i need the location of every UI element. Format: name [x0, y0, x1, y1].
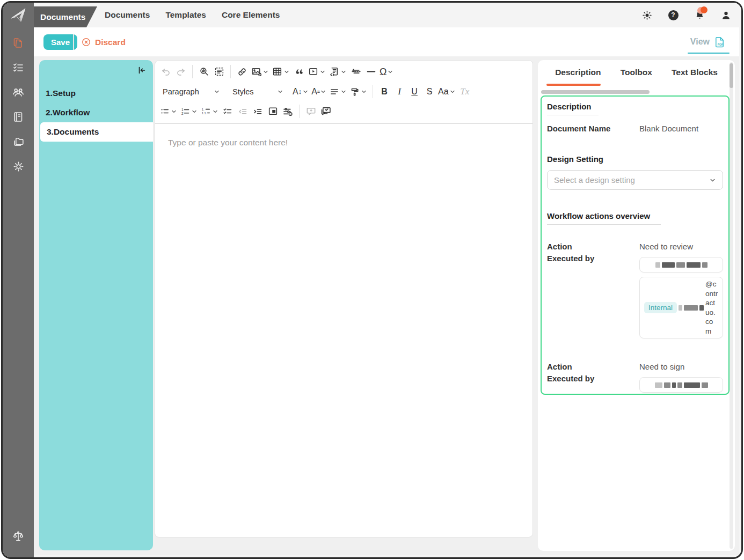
user-menu-button[interactable] [720, 9, 732, 21]
user-icon [720, 10, 732, 21]
styles-dropdown[interactable]: Styles [228, 84, 287, 100]
insert-link-button[interactable] [235, 64, 250, 80]
toolbar-divider [230, 65, 231, 78]
strikethrough-button[interactable]: S [422, 84, 437, 100]
document-action-bar: Save Discard View PDF [34, 27, 739, 56]
executed-by-label: Executed by [547, 373, 639, 385]
pdf-file-icon: PDF [714, 36, 725, 48]
bulleted-list-button[interactable] [158, 104, 179, 120]
toolbar-row-3: 12 1.1.1. [158, 101, 529, 121]
link-icon [237, 67, 247, 77]
view-label: View [690, 37, 710, 47]
active-app-tab[interactable]: Documents [34, 6, 97, 27]
discard-button[interactable]: Discard [81, 34, 126, 50]
step-item-documents-active[interactable]: 3.Documents [40, 122, 153, 142]
highlight-color-button[interactable] [348, 84, 369, 100]
insert-table-button[interactable] [271, 64, 291, 80]
horizontal-line-icon [366, 66, 377, 77]
comments-check-icon [320, 106, 332, 117]
placeholder-box-icon [267, 106, 279, 117]
todo-list-button[interactable] [220, 104, 235, 120]
notifications-button[interactable] [694, 9, 705, 21]
italic-button[interactable]: I [392, 84, 407, 100]
comments-archive-button[interactable] [318, 104, 333, 120]
paragraph-format-dropdown[interactable]: Paragraph [158, 84, 224, 100]
redo-button[interactable] [173, 64, 188, 80]
rail-bottom [11, 529, 25, 543]
sidebar-item-documents[interactable] [11, 36, 25, 50]
select-all-button[interactable] [211, 64, 227, 80]
italic-glyph: I [398, 87, 401, 96]
action-values: Need to review Internal @contractuo.com [639, 241, 723, 338]
add-comment-button[interactable] [303, 104, 318, 120]
sliders-remove-icon [282, 106, 294, 117]
select-all-icon [214, 66, 225, 77]
step-item-setup[interactable]: 1.Setup [39, 84, 153, 103]
action-bar-divider [73, 34, 74, 50]
outdent-button[interactable] [235, 104, 250, 120]
design-setting-select[interactable]: Select a design setting [547, 170, 723, 190]
sidebar-item-library[interactable] [11, 110, 25, 124]
step-item-workflow[interactable]: 2.Workflow [39, 103, 153, 122]
tab-text-blocks[interactable]: Text Blocks [670, 68, 719, 77]
text-alignment-button[interactable] [328, 84, 348, 100]
clear-format-glyph: Tx [460, 87, 469, 96]
insert-placeholder-button[interactable] [265, 104, 280, 120]
toolbar-row-1: Ω [158, 62, 529, 82]
bold-button[interactable]: B [377, 84, 392, 100]
page-break-button[interactable] [348, 64, 363, 80]
paragraph-format-value: Paragraph [163, 87, 199, 96]
vertical-scrollbar-thumb[interactable] [730, 63, 733, 88]
insert-media-button[interactable] [307, 64, 327, 80]
redacted-text [655, 262, 707, 268]
align-left-icon [329, 86, 340, 97]
workflow-action-2: Action Executed by Need to sign [547, 361, 723, 393]
undo-button[interactable] [158, 64, 173, 80]
nav-item-templates[interactable]: Templates [165, 10, 206, 20]
help-button[interactable]: ? [667, 9, 679, 21]
sidebar-item-folders[interactable] [11, 135, 25, 149]
text-case-button[interactable]: Aa [437, 84, 457, 100]
chevron-down-icon [262, 69, 269, 75]
document-name-row: Document Name Blank Document [547, 124, 723, 133]
sidebar-item-checklist[interactable] [11, 61, 25, 75]
horizontal-line-button[interactable] [363, 64, 378, 80]
app-logo[interactable] [3, 3, 34, 27]
chevron-down-icon [214, 89, 220, 95]
sidebar-item-settings[interactable] [11, 159, 25, 173]
tab-toolbox[interactable]: Toolbox [619, 68, 653, 77]
toolbar-row-2: Paragraph Styles A↕ A≡ [158, 82, 529, 101]
content-settings-button[interactable] [280, 104, 295, 120]
horizontal-scrollbar-thumb[interactable] [541, 90, 650, 94]
view-pdf-button[interactable]: View PDF [690, 34, 725, 50]
vertical-scrollbar-track[interactable] [730, 62, 733, 549]
block-quote-button[interactable] [291, 64, 307, 80]
collapse-panel-button[interactable] [136, 64, 148, 76]
find-replace-button[interactable] [196, 64, 211, 80]
editor-content-area[interactable]: Type or paste your content here! [155, 124, 533, 537]
tab-description[interactable]: Description [554, 68, 602, 77]
indent-button[interactable] [250, 104, 265, 120]
numbered-list-button[interactable]: 12 [179, 104, 199, 120]
multilevel-list-button[interactable]: 1.1.1. [199, 104, 220, 120]
nav-item-documents[interactable]: Documents [105, 10, 150, 20]
clear-formatting-button[interactable]: Tx [457, 84, 472, 100]
save-button[interactable]: Save [43, 34, 77, 50]
action-label: Action [547, 241, 639, 253]
font-size-button[interactable]: A↕ [291, 84, 310, 100]
right-panel-tabs: Description Toolbox Text Blocks [538, 60, 735, 85]
special-characters-button[interactable]: Ω [378, 64, 395, 80]
insert-image-button[interactable] [250, 64, 271, 80]
scale-icon [11, 529, 25, 543]
theme-toggle-button[interactable] [641, 9, 653, 21]
sidebar-item-team[interactable] [11, 85, 25, 99]
svg-text:1.: 1. [202, 108, 205, 111]
underline-button[interactable]: U [407, 84, 422, 100]
action-labels: Action Executed by [547, 361, 639, 393]
rich-text-editor: Ω Paragraph Styles A↕ [155, 60, 533, 537]
sidebar-item-legal[interactable] [11, 529, 25, 543]
font-style-button[interactable]: A≡ [310, 84, 328, 100]
nav-item-core-elements[interactable]: Core Elements [222, 10, 280, 20]
documents-icon [12, 36, 25, 49]
insert-template-button[interactable] [327, 64, 348, 80]
